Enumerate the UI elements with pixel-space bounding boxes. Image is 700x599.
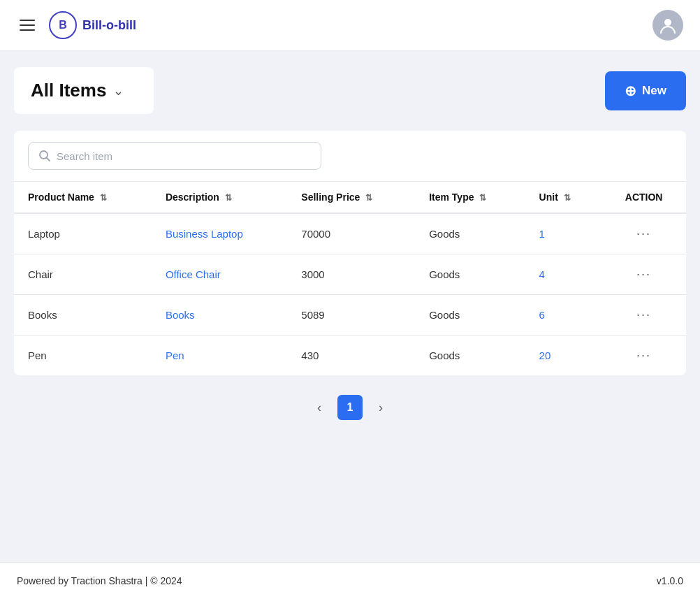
new-button-label: New xyxy=(642,84,666,98)
cell-action[interactable]: ··· xyxy=(601,335,686,376)
sort-icon-unit: ⇅ xyxy=(564,193,571,203)
footer: Powered by Traction Shastra | © 2024 v1.… xyxy=(0,562,700,599)
cell-selling-price: 3000 xyxy=(287,254,415,295)
next-arrow-icon: › xyxy=(379,400,383,415)
cell-description: Pen xyxy=(152,335,287,376)
pagination-page-1-button[interactable]: 1 xyxy=(337,395,363,420)
logo-letter: B xyxy=(59,19,67,31)
new-item-button[interactable]: ⊕ New xyxy=(605,71,686,110)
cell-unit: 20 xyxy=(525,335,602,376)
new-button-plus-icon: ⊕ xyxy=(625,82,636,99)
pagination-next-button[interactable]: › xyxy=(368,395,393,420)
sort-icon-description: ⇅ xyxy=(225,193,232,203)
col-unit[interactable]: Unit ⇅ xyxy=(525,182,602,213)
cell-item-type: Goods xyxy=(415,213,525,254)
cell-item-type: Goods xyxy=(415,295,525,335)
page-number-1: 1 xyxy=(347,401,353,414)
col-description[interactable]: Description ⇅ xyxy=(152,182,287,213)
table-row: Laptop Business Laptop 70000 Goods 1 ··· xyxy=(14,213,686,254)
svg-point-0 xyxy=(664,19,671,26)
header: B Bill-o-bill xyxy=(0,0,700,50)
cell-description: Business Laptop xyxy=(152,213,287,254)
logo-circle: B xyxy=(49,11,77,39)
cell-product-name: Pen xyxy=(14,335,152,376)
cell-product-name: Chair xyxy=(14,254,152,295)
pagination: ‹ 1 › xyxy=(14,375,686,440)
table-header-row: Product Name ⇅ Description ⇅ Selling Pri… xyxy=(14,182,686,213)
user-avatar-button[interactable] xyxy=(652,10,683,41)
hamburger-menu-button[interactable] xyxy=(17,17,38,34)
cell-product-name: Laptop xyxy=(14,213,152,254)
cell-item-type: Goods xyxy=(415,335,525,376)
action-menu-dots-icon[interactable]: ··· xyxy=(636,308,651,322)
page-header-row: All Items ⌄ ⊕ New xyxy=(14,67,686,114)
items-table-wrapper: Product Name ⇅ Description ⇅ Selling Pri… xyxy=(14,131,686,375)
prev-arrow-icon: ‹ xyxy=(317,400,321,415)
cell-description: Office Chair xyxy=(152,254,287,295)
page-title: All Items xyxy=(31,80,106,101)
sort-icon-item-type: ⇅ xyxy=(479,193,486,203)
search-section xyxy=(14,131,686,182)
col-product-name[interactable]: Product Name ⇅ xyxy=(14,182,152,213)
search-input-wrapper[interactable] xyxy=(28,142,321,170)
search-icon xyxy=(38,150,51,162)
table-row: Pen Pen 430 Goods 20 ··· xyxy=(14,335,686,376)
cell-selling-price: 5089 xyxy=(287,295,415,335)
cell-action[interactable]: ··· xyxy=(601,295,686,335)
table-row: Chair Office Chair 3000 Goods 4 ··· xyxy=(14,254,686,295)
cell-unit: 6 xyxy=(525,295,602,335)
col-action: ACTION xyxy=(601,182,686,213)
logo-text: Bill-o-bill xyxy=(82,18,136,33)
cell-item-type: Goods xyxy=(415,254,525,295)
search-input[interactable] xyxy=(57,150,311,162)
hamburger-line-2 xyxy=(20,24,35,26)
cell-selling-price: 70000 xyxy=(287,213,415,254)
col-item-type[interactable]: Item Type ⇅ xyxy=(415,182,525,213)
cell-selling-price: 430 xyxy=(287,335,415,376)
col-selling-price[interactable]: Selling Price ⇅ xyxy=(287,182,415,213)
cell-action[interactable]: ··· xyxy=(601,213,686,254)
footer-version-text: v1.0.0 xyxy=(657,575,683,586)
table-row: Books Books 5089 Goods 6 ··· xyxy=(14,295,686,335)
action-menu-dots-icon[interactable]: ··· xyxy=(636,348,651,362)
cell-unit: 1 xyxy=(525,213,602,254)
action-menu-dots-icon[interactable]: ··· xyxy=(636,226,651,240)
sort-icon-product-name: ⇅ xyxy=(100,193,107,203)
svg-line-2 xyxy=(47,158,50,161)
chevron-down-icon: ⌄ xyxy=(113,83,124,99)
hamburger-line-3 xyxy=(20,29,35,31)
cell-unit: 4 xyxy=(525,254,602,295)
cell-action[interactable]: ··· xyxy=(601,254,686,295)
items-table: Product Name ⇅ Description ⇅ Selling Pri… xyxy=(14,182,686,375)
cell-product-name: Books xyxy=(14,295,152,335)
cell-description: Books xyxy=(152,295,287,335)
logo-area[interactable]: B Bill-o-bill xyxy=(49,11,136,39)
items-table-container: Product Name ⇅ Description ⇅ Selling Pri… xyxy=(14,182,686,375)
header-left: B Bill-o-bill xyxy=(17,11,136,39)
pagination-prev-button[interactable]: ‹ xyxy=(307,395,332,420)
main-content: All Items ⌄ ⊕ New xyxy=(0,50,700,562)
footer-left-text: Powered by Traction Shastra | © 2024 xyxy=(17,575,182,586)
all-items-dropdown[interactable]: All Items ⌄ xyxy=(14,67,154,114)
hamburger-line-1 xyxy=(20,20,35,21)
sort-icon-selling-price: ⇅ xyxy=(365,193,372,203)
user-avatar-icon xyxy=(658,15,678,35)
action-menu-dots-icon[interactable]: ··· xyxy=(636,267,651,281)
